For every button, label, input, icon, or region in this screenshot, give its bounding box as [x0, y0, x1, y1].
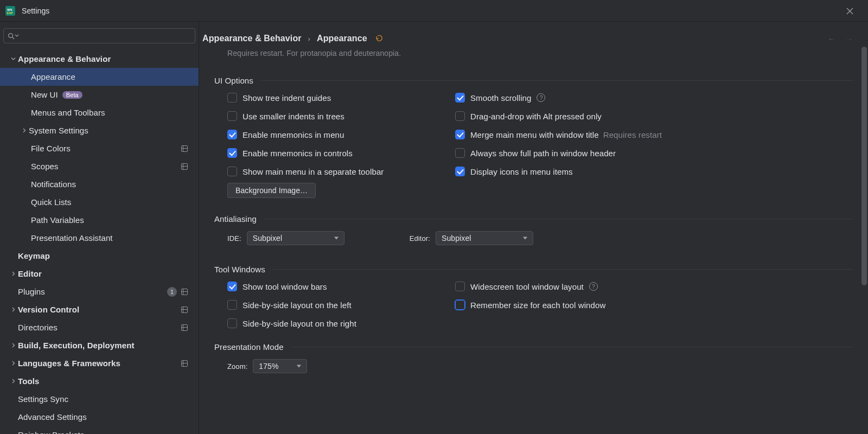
- ui-option-always-show-full-path-in-window-header[interactable]: Always show full path in window header: [455, 148, 853, 158]
- aa-editor-select[interactable]: Subpixel: [436, 231, 533, 245]
- option-label: Widescreen tool window layout: [470, 282, 584, 291]
- sidebar-item-menus-and-toolbars[interactable]: Menus and Toolbars: [0, 104, 199, 122]
- sidebar-item-path-variables[interactable]: Path Variables: [0, 211, 199, 229]
- sidebar-item-editor[interactable]: Editor: [0, 265, 199, 283]
- zoom-select[interactable]: 175%: [253, 359, 307, 373]
- checkbox[interactable]: [455, 282, 465, 291]
- sidebar-item-rainbow-brackets[interactable]: Rainbow Brackets: [0, 426, 199, 434]
- sidebar-item-settings-sync[interactable]: Settings Sync: [0, 390, 199, 408]
- checkbox[interactable]: [455, 111, 465, 121]
- project-scope-icon: [181, 145, 188, 152]
- section-ui-options: UI Options: [214, 72, 853, 85]
- breadcrumb: Appearance & Behavior › Appearance: [199, 22, 855, 49]
- option-label: Merge main menu with window title: [470, 130, 599, 139]
- sidebar-item-keymap[interactable]: Keymap: [0, 247, 199, 265]
- sidebar-item-label: Languages & Frameworks: [18, 359, 120, 368]
- svg-line-6: [12, 37, 15, 39]
- option-label: Display icons in menu items: [470, 167, 573, 176]
- svg-point-5: [9, 33, 13, 37]
- sidebar-item-label: New UI: [31, 90, 58, 99]
- sidebar-item-label: Presentation Assistant: [31, 233, 113, 242]
- ui-option-enable-mnemonics-in-menu[interactable]: Enable mnemonics in menu: [227, 130, 455, 139]
- nav-back-icon[interactable]: ←: [828, 35, 835, 43]
- tw-option-side-by-side-layout-on-the-left[interactable]: Side-by-side layout on the left: [227, 300, 455, 310]
- sidebar-search-input[interactable]: [3, 28, 195, 43]
- option-label: Side-by-side layout on the right: [242, 319, 356, 328]
- sidebar-item-new-ui[interactable]: New UIBeta: [0, 86, 199, 104]
- sidebar-item-build-execution-deployment[interactable]: Build, Execution, Deployment: [0, 336, 199, 354]
- sidebar-item-languages-frameworks[interactable]: Languages & Frameworks: [0, 354, 199, 372]
- svg-text:EAP: EAP: [7, 11, 13, 15]
- sidebar-item-label: Scopes: [31, 162, 59, 171]
- sidebar-item-appearance-behavior[interactable]: Appearance & Behavior: [0, 50, 199, 68]
- chevron-right-icon[interactable]: [9, 361, 17, 366]
- chevron-right-icon[interactable]: [9, 379, 17, 384]
- checkbox[interactable]: [227, 318, 237, 328]
- project-scope-icon: [181, 163, 188, 170]
- chevron-right-icon[interactable]: [9, 271, 17, 276]
- tw-option-show-tool-window-bars[interactable]: Show tool window bars: [227, 282, 455, 291]
- checkbox[interactable]: [227, 93, 237, 103]
- tw-option-side-by-side-layout-on-the-right[interactable]: Side-by-side layout on the right: [227, 318, 455, 328]
- sidebar-item-scopes[interactable]: Scopes: [0, 157, 199, 175]
- section-tool-windows: Tool Windows: [214, 260, 853, 274]
- sidebar-item-advanced-settings[interactable]: Advanced Settings: [0, 408, 199, 426]
- tw-option-remember-size-for-each-tool-window[interactable]: Remember size for each tool window: [455, 300, 853, 310]
- option-label: Remember size for each tool window: [470, 301, 605, 310]
- sidebar-item-label: Editor: [18, 269, 42, 278]
- checkbox[interactable]: [227, 130, 237, 139]
- sidebar-item-label: Quick Lists: [31, 197, 71, 207]
- chevron-down-icon[interactable]: [9, 56, 17, 61]
- ui-option-use-smaller-indents-in-trees[interactable]: Use smaller indents in trees: [227, 111, 455, 121]
- reset-icon[interactable]: [375, 35, 382, 42]
- checkbox[interactable]: [455, 93, 465, 103]
- sidebar-item-presentation-assistant[interactable]: Presentation Assistant: [0, 229, 199, 247]
- count-badge: 1: [167, 287, 177, 297]
- sidebar-item-system-settings[interactable]: System Settings: [0, 122, 199, 139]
- ui-option-merge-main-menu-with-window-title[interactable]: Merge main menu with window titleRequire…: [455, 130, 853, 139]
- ui-option-show-main-menu-in-a-separate-toolbar[interactable]: Show main menu in a separate toolbar: [227, 167, 455, 176]
- checkbox[interactable]: [455, 300, 465, 310]
- option-label: Side-by-side layout on the left: [242, 301, 352, 310]
- tw-option-widescreen-tool-window-layout[interactable]: Widescreen tool window layout?: [455, 282, 853, 291]
- breadcrumb-page: Appearance: [317, 34, 367, 43]
- option-label: Show tool window bars: [242, 282, 327, 291]
- checkbox[interactable]: [227, 167, 237, 176]
- scrollbar[interactable]: [860, 22, 868, 434]
- breadcrumb-group[interactable]: Appearance & Behavior: [202, 34, 302, 43]
- sidebar-item-version-control[interactable]: Version Control: [0, 301, 199, 318]
- checkbox[interactable]: [227, 111, 237, 121]
- checkbox[interactable]: [227, 148, 237, 158]
- ui-option-show-tree-indent-guides[interactable]: Show tree indent guides: [227, 93, 455, 103]
- sidebar-item-quick-lists[interactable]: Quick Lists: [0, 193, 199, 211]
- checkbox[interactable]: [455, 130, 465, 139]
- chevron-right-icon[interactable]: [9, 307, 17, 312]
- background-image-button[interactable]: Background Image…: [227, 183, 316, 198]
- option-label: Enable mnemonics in menu: [242, 130, 344, 139]
- checkbox[interactable]: [455, 148, 465, 158]
- sidebar-item-file-colors[interactable]: File Colors: [0, 139, 199, 157]
- checkbox[interactable]: [227, 282, 237, 291]
- section-presentation-mode: Presentation Mode: [214, 338, 853, 352]
- sidebar-item-label: Directories: [18, 323, 58, 332]
- checkbox[interactable]: [455, 167, 465, 176]
- checkbox[interactable]: [227, 300, 237, 310]
- ui-option-smooth-scrolling[interactable]: Smooth scrolling?: [455, 93, 853, 103]
- sidebar-item-label: Appearance & Behavior: [18, 54, 111, 63]
- project-scope-icon: [181, 360, 188, 367]
- sidebar-item-tools[interactable]: Tools: [0, 372, 199, 390]
- close-button[interactable]: [838, 0, 861, 22]
- ui-option-drag-and-drop-with-alt-pressed-only[interactable]: Drag-and-drop with Alt pressed only: [455, 111, 853, 121]
- chevron-right-icon[interactable]: [9, 343, 17, 348]
- sidebar-item-notifications[interactable]: Notifications: [0, 175, 199, 193]
- help-icon[interactable]: ?: [537, 93, 545, 102]
- aa-ide-select[interactable]: Subpixel: [247, 231, 344, 245]
- chevron-right-icon[interactable]: [20, 128, 28, 133]
- nav-forward-icon[interactable]: →: [845, 35, 853, 43]
- ui-option-display-icons-in-menu-items[interactable]: Display icons in menu items: [455, 167, 853, 176]
- sidebar-item-directories[interactable]: Directories: [0, 318, 199, 336]
- sidebar-item-appearance[interactable]: Appearance: [0, 68, 199, 86]
- ui-option-enable-mnemonics-in-controls[interactable]: Enable mnemonics in controls: [227, 148, 455, 158]
- help-icon[interactable]: ?: [589, 282, 598, 291]
- sidebar-item-plugins[interactable]: Plugins1: [0, 283, 199, 301]
